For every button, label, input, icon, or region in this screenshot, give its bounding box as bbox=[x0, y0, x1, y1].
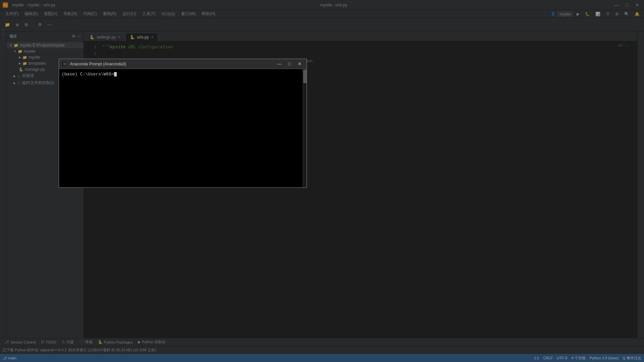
anaconda-prompt-window[interactable]: ⬛ Anaconda Prompt (Anaconda3) — □ ✕ (bas… bbox=[59, 59, 307, 188]
anaconda-window-icon: ⬛ bbox=[62, 61, 67, 67]
anaconda-close-button[interactable]: ✕ bbox=[295, 61, 304, 67]
anaconda-terminal-body[interactable]: (base) C:\Users\W66> bbox=[59, 69, 307, 187]
anaconda-minimize-button[interactable]: — bbox=[275, 61, 284, 67]
anaconda-scrollbar-thumb bbox=[303, 70, 307, 83]
anaconda-titlebar: ⬛ Anaconda Prompt (Anaconda3) — □ ✕ bbox=[59, 59, 307, 69]
app-wrapper: Py mysite › mysite › urls.py mysite - ur… bbox=[0, 0, 644, 362]
anaconda-cursor bbox=[114, 72, 117, 76]
anaconda-title-left: ⬛ Anaconda Prompt (Anaconda3) bbox=[62, 61, 126, 67]
anaconda-window-controls: — □ ✕ bbox=[275, 61, 304, 67]
anaconda-scrollbar[interactable] bbox=[303, 69, 307, 187]
anaconda-window-title: Anaconda Prompt (Anaconda3) bbox=[70, 62, 126, 66]
anaconda-maximize-button[interactable]: □ bbox=[285, 61, 294, 67]
anaconda-prompt-text: (base) C:\Users\W66> bbox=[62, 72, 114, 77]
